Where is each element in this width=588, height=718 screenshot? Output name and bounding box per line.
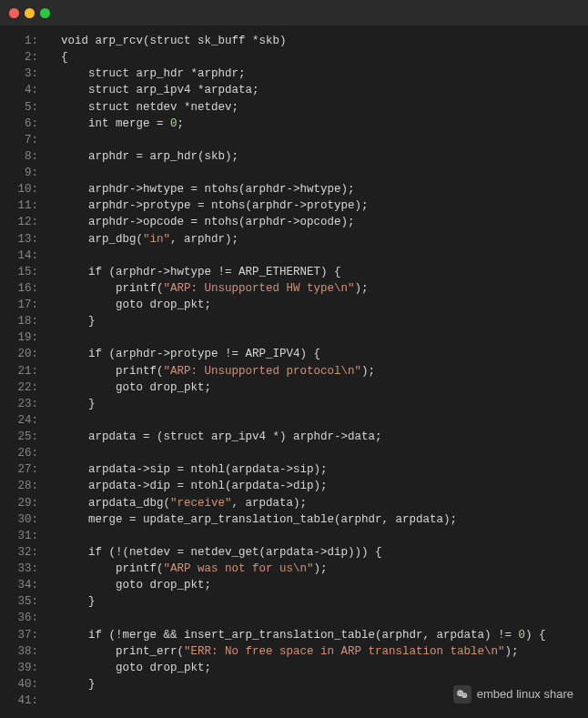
code-line: 24: [0, 412, 588, 429]
line-number: 33: [0, 561, 47, 577]
line-number: 25: [0, 429, 47, 445]
code-line: 6: int merge = 0; [0, 116, 588, 132]
line-number: 21: [0, 363, 47, 379]
line-number: 31: [0, 528, 47, 544]
code-line: 10: arphdr->hwtype = ntohs(arphdr->hwtyp… [0, 181, 588, 197]
line-number: 22: [0, 379, 47, 396]
code-line: 12: arphdr->opcode = ntohs(arphdr->opcod… [0, 214, 588, 230]
code-line: 37: if (!merge && insert_arp_translation… [0, 627, 588, 643]
code-content: arphdr->protype = ntohs(arphdr->protype)… [47, 197, 588, 214]
line-number: 16: [0, 280, 47, 297]
code-line: 8: arphdr = arp_hdr(skb); [0, 148, 588, 165]
code-line: 7: [0, 132, 588, 148]
code-line: 19: [0, 329, 588, 346]
watermark-text: embed linux share [477, 686, 573, 703]
code-content [47, 412, 588, 429]
code-line: 14: [0, 248, 588, 264]
code-line: 22: goto drop_pkt; [0, 379, 588, 396]
line-number: 13: [0, 231, 47, 248]
code-content: if (!merge && insert_arp_translation_tab… [47, 627, 588, 643]
code-content: struct arp_hdr *arphdr; [47, 66, 588, 82]
line-number: 24: [0, 412, 47, 429]
line-number: 15: [0, 264, 47, 280]
line-number: 6: [0, 116, 47, 132]
code-line: 32: if (!(netdev = netdev_get(arpdata->d… [0, 544, 588, 561]
code-line: 3: struct arp_hdr *arphdr; [0, 66, 588, 82]
line-number: 38: [0, 643, 47, 660]
line-number: 23: [0, 396, 47, 412]
code-content: print_err("ERR: No free space in ARP tra… [47, 643, 588, 660]
code-line: 28: arpdata->dip = ntohl(arpdata->dip); [0, 478, 588, 494]
line-number: 29: [0, 495, 47, 511]
code-line: 26: [0, 445, 588, 461]
code-content: } [47, 593, 588, 610]
code-content: { [47, 49, 588, 66]
line-number: 39: [0, 660, 47, 676]
line-number: 12: [0, 214, 47, 230]
code-content: merge = update_arp_translation_table(arp… [47, 511, 588, 528]
code-content [47, 610, 588, 626]
code-line: 31: [0, 528, 588, 544]
code-content: arphdr->hwtype = ntohs(arphdr->hwtype); [47, 181, 588, 197]
line-number: 37: [0, 627, 47, 643]
line-number: 14: [0, 248, 47, 264]
code-line: 1: void arp_rcv(struct sk_buff *skb) [0, 33, 588, 49]
line-number: 1: [0, 33, 47, 49]
minimize-icon[interactable] [25, 8, 35, 18]
code-line: 11: arphdr->protype = ntohs(arphdr->prot… [0, 197, 588, 214]
code-line: 30: merge = update_arp_translation_table… [0, 511, 588, 528]
maximize-icon[interactable] [40, 8, 50, 18]
code-content: arpdata_dbg("receive", arpdata); [47, 495, 588, 511]
code-content: arpdata->dip = ntohl(arpdata->dip); [47, 478, 588, 494]
line-number: 8: [0, 148, 47, 165]
svg-point-4 [463, 694, 464, 695]
code-content: goto drop_pkt; [47, 379, 588, 396]
line-number: 20: [0, 346, 47, 362]
line-number: 32: [0, 544, 47, 561]
code-line: 17: goto drop_pkt; [0, 297, 588, 313]
code-content: struct netdev *netdev; [47, 99, 588, 116]
code-line: 9: [0, 165, 588, 181]
code-content: arpdata = (struct arp_ipv4 *) arphdr->da… [47, 429, 588, 445]
line-number: 2: [0, 49, 47, 66]
code-content: printf("ARP: Unsupported protocol\n"); [47, 363, 588, 379]
code-content [47, 528, 588, 544]
code-content: arpdata->sip = ntohl(arpdata->sip); [47, 461, 588, 478]
line-number: 10: [0, 181, 47, 197]
code-content: int merge = 0; [47, 116, 588, 132]
code-content: if (arphdr->hwtype != ARP_ETHERNET) { [47, 264, 588, 280]
code-content: } [47, 313, 588, 329]
code-line: 23: } [0, 396, 588, 412]
code-line: 20: if (arphdr->protype != ARP_IPV4) { [0, 346, 588, 362]
code-line: 4: struct arp_ipv4 *arpdata; [0, 82, 588, 98]
code-line: 25: arpdata = (struct arp_ipv4 *) arphdr… [0, 429, 588, 445]
line-number: 26: [0, 445, 47, 461]
code-line: 13: arp_dbg("in", arphdr); [0, 231, 588, 248]
code-content: } [47, 396, 588, 412]
code-content: if (!(netdev = netdev_get(arpdata->dip))… [47, 544, 588, 561]
code-line: 27: arpdata->sip = ntohl(arpdata->sip); [0, 461, 588, 478]
titlebar [0, 0, 588, 25]
wechat-icon [453, 685, 471, 703]
code-content: goto drop_pkt; [47, 577, 588, 593]
svg-point-3 [461, 693, 461, 693]
code-content: goto drop_pkt; [47, 660, 588, 676]
code-area: 1: void arp_rcv(struct sk_buff *skb)2: {… [0, 25, 588, 716]
code-line: 35: } [0, 593, 588, 610]
code-content [47, 248, 588, 264]
code-content [47, 165, 588, 181]
code-line: 15: if (arphdr->hwtype != ARP_ETHERNET) … [0, 264, 588, 280]
line-number: 40: [0, 676, 47, 693]
watermark: embed linux share [453, 685, 573, 703]
code-content: printf("ARP: Unsupported HW type\n"); [47, 280, 588, 297]
code-line: 16: printf("ARP: Unsupported HW type\n")… [0, 280, 588, 297]
code-content: printf("ARP was not for us\n"); [47, 561, 588, 577]
line-number: 5: [0, 99, 47, 116]
code-content: void arp_rcv(struct sk_buff *skb) [47, 33, 588, 49]
svg-point-5 [465, 694, 466, 695]
close-icon[interactable] [9, 8, 19, 18]
code-content: arphdr = arp_hdr(skb); [47, 148, 588, 165]
line-number: 7: [0, 132, 47, 148]
line-number: 17: [0, 297, 47, 313]
code-content: if (arphdr->protype != ARP_IPV4) { [47, 346, 588, 362]
